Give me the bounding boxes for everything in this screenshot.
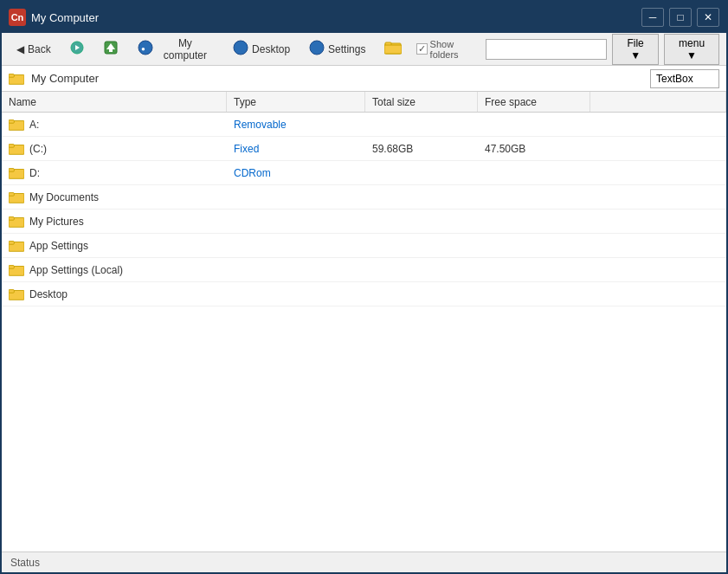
address-textbox[interactable] xyxy=(650,69,719,88)
folder-icon xyxy=(9,142,24,156)
col-header-type[interactable]: Type xyxy=(227,92,365,112)
file-type-cell: Fixed xyxy=(227,143,365,155)
svg-rect-2 xyxy=(109,49,113,52)
file-total-size: 59.68GB xyxy=(372,143,413,155)
svg-rect-13 xyxy=(9,119,14,123)
folder-icon xyxy=(9,215,24,229)
col-header-name[interactable]: Name xyxy=(2,92,227,112)
file-size-cell: 59.68GB xyxy=(365,143,478,155)
file-list: A: Removable (C:) Fixed 59.68GB 47.50GB xyxy=(2,113,726,551)
title-bar: Cn My Computer ─ □ ✕ xyxy=(2,2,726,33)
forward-arrow-icon xyxy=(70,41,84,57)
table-row[interactable]: (C:) Fixed 59.68GB 47.50GB xyxy=(2,137,726,161)
app-icon: Cn xyxy=(9,9,26,26)
svg-rect-21 xyxy=(9,216,14,220)
table-row[interactable]: Desktop xyxy=(2,282,726,306)
file-name: D: xyxy=(29,167,40,179)
status-bar: Status xyxy=(2,551,726,572)
svg-rect-23 xyxy=(9,241,14,244)
table-row[interactable]: My Documents xyxy=(2,185,726,210)
show-folders-checkbox[interactable]: ✓ xyxy=(416,43,427,55)
svg-rect-17 xyxy=(9,168,14,171)
svg-point-5 xyxy=(234,41,248,55)
address-bar: My Computer xyxy=(2,66,726,92)
file-name-cell: A: xyxy=(2,118,227,132)
folder-icon xyxy=(9,118,24,132)
table-row[interactable]: App Settings (Local) xyxy=(2,258,726,282)
svg-rect-15 xyxy=(9,144,14,147)
window-controls: ─ □ ✕ xyxy=(641,8,719,27)
back-arrow-icon: ◀ xyxy=(16,43,24,55)
file-free-space: 47.50GB xyxy=(485,143,525,155)
content-area: Name Type Total size Free space A: Remov… xyxy=(2,92,726,551)
search-input[interactable] xyxy=(486,39,607,60)
address-path: My Computer xyxy=(31,72,643,85)
folder-icon xyxy=(9,166,24,180)
settings-icon xyxy=(309,40,325,58)
col-header-free-space[interactable]: Free space xyxy=(478,92,590,112)
svg-rect-9 xyxy=(384,45,402,54)
file-name: My Pictures xyxy=(29,216,84,228)
show-folders-option: ✓ Show folders xyxy=(416,39,480,60)
up-arrow-icon xyxy=(103,40,119,58)
folder-icon xyxy=(9,190,24,204)
folder-icon xyxy=(9,287,24,301)
file-name-cell: App Settings (Local) xyxy=(2,263,227,277)
my-computer-button[interactable]: ● My computer xyxy=(130,34,222,65)
file-menu-button[interactable]: File ▼ xyxy=(612,34,659,65)
col-header-total-size[interactable]: Total size xyxy=(365,92,478,112)
my-computer-icon: ● xyxy=(138,40,153,58)
desktop-button[interactable]: Desktop xyxy=(225,36,298,61)
svg-rect-27 xyxy=(9,289,14,293)
col-header-extra xyxy=(590,92,726,112)
file-type-cell: Removable xyxy=(227,119,365,131)
file-name-cell: My Documents xyxy=(2,190,227,204)
file-name-cell: App Settings xyxy=(2,239,227,253)
toolbar: ◀ Back ● My computer Desktop xyxy=(2,33,726,66)
window-title: My Computer xyxy=(31,11,636,24)
svg-point-6 xyxy=(310,41,324,55)
folder-icon xyxy=(9,263,24,277)
maximize-button[interactable]: □ xyxy=(669,8,692,27)
svg-rect-11 xyxy=(9,74,14,77)
minimize-button[interactable]: ─ xyxy=(641,8,664,27)
forward-button[interactable] xyxy=(62,37,92,61)
file-name-cell: (C:) xyxy=(2,142,227,156)
file-name: My Documents xyxy=(29,191,99,203)
file-type: Removable xyxy=(234,119,287,131)
toolbar-right: ✓ Show folders File ▼ menu ▼ xyxy=(416,34,719,65)
svg-rect-19 xyxy=(9,192,14,196)
up-button[interactable] xyxy=(95,36,126,61)
open-folder-icon xyxy=(384,40,402,58)
file-type-cell: CDRom xyxy=(227,167,365,179)
file-type: Fixed xyxy=(234,143,259,155)
file-name: Desktop xyxy=(29,288,68,300)
file-name-cell: Desktop xyxy=(2,287,227,301)
address-folder-icon xyxy=(9,72,24,86)
settings-button[interactable]: Settings xyxy=(301,36,373,61)
file-name: (C:) xyxy=(29,143,47,155)
file-name: App Settings (Local) xyxy=(29,264,123,276)
file-type: CDRom xyxy=(234,167,271,179)
svg-rect-25 xyxy=(9,265,14,268)
menu-button[interactable]: menu ▼ xyxy=(664,34,719,65)
table-row[interactable]: A: Removable xyxy=(2,113,726,137)
back-button[interactable]: ◀ Back xyxy=(9,40,59,59)
table-row[interactable]: D: CDRom xyxy=(2,161,726,185)
file-name: App Settings xyxy=(29,240,88,252)
file-name: A: xyxy=(29,119,39,131)
column-headers: Name Type Total size Free space xyxy=(2,92,726,113)
file-name-cell: My Pictures xyxy=(2,215,227,229)
folder-icon xyxy=(9,239,24,253)
svg-text:●: ● xyxy=(141,45,145,53)
close-button[interactable]: ✕ xyxy=(697,8,719,27)
open-folder-button[interactable] xyxy=(377,36,409,61)
file-name-cell: D: xyxy=(2,166,227,180)
main-window: Cn My Computer ─ □ ✕ ◀ Back ● M xyxy=(0,0,728,574)
desktop-icon xyxy=(233,40,248,58)
file-free-cell: 47.50GB xyxy=(478,143,590,155)
table-row[interactable]: My Pictures xyxy=(2,210,726,234)
table-row[interactable]: App Settings xyxy=(2,234,726,258)
